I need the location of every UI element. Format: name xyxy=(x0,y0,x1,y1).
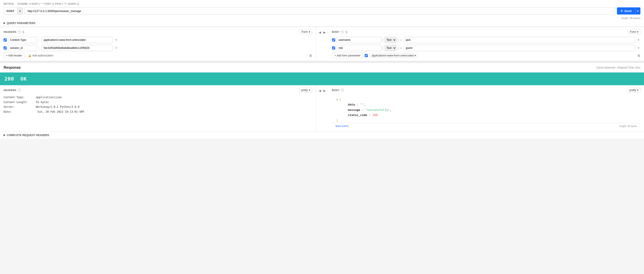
body-2-name[interactable] xyxy=(336,45,381,51)
body-2-checkbox[interactable] xyxy=(332,46,335,49)
body-row-1: [ Text File ] = × xyxy=(332,37,641,43)
headers-info-icon: ? xyxy=(18,30,21,33)
header-2-checkbox[interactable] xyxy=(4,46,7,49)
json-status-value: 200 xyxy=(372,113,378,117)
method-select[interactable]: ▾ xyxy=(4,7,23,14)
response-headers-chevron-icon: ▾ xyxy=(309,89,310,92)
body-2-type-select[interactable]: Text File xyxy=(384,45,396,51)
resp-header-row-4: Date: Sun, 20 Feb 2022 10:13:01 GMT xyxy=(4,110,312,115)
response-body-chevron-icon: ▾ xyxy=(637,89,638,92)
resp-arrow-left-button[interactable]: ◀ xyxy=(318,88,322,93)
json-data-value: "" xyxy=(360,103,364,106)
body-2-value[interactable] xyxy=(404,45,635,51)
json-data-comma: , xyxy=(364,103,365,106)
response-headers-pretty-dropdown[interactable]: pretty ▾ xyxy=(299,88,312,92)
arrow-left-button[interactable]: ◀ xyxy=(318,30,322,35)
send-dropdown-button[interactable]: ▾ xyxy=(635,7,640,14)
response-headers-panel: HEADERS ? pretty ▾ Content-Type: applica… xyxy=(0,85,316,132)
body-row-2: [ Text File ] = × xyxy=(332,45,641,51)
response-body-info-icon: ? xyxy=(341,89,344,92)
json-status-row: status_code : 200 xyxy=(336,113,641,118)
body-2-bracket-open: [ xyxy=(382,46,383,49)
resp-header-3-name: Server: xyxy=(4,105,15,109)
response-title: Response xyxy=(4,66,20,70)
send-label: Send xyxy=(624,9,632,13)
json-message-comma: , xyxy=(390,108,392,112)
triangle-right-icon xyxy=(4,22,5,24)
body-panel: BODY ? ⇅ Form ▾ [ Text File ] = × xyxy=(328,27,644,61)
add-header-button[interactable]: + Add header xyxy=(4,53,24,58)
body-form-chevron-icon: ▾ xyxy=(637,30,638,33)
body-1-value[interactable] xyxy=(404,37,635,43)
header-1-remove-button[interactable]: × xyxy=(114,38,118,42)
method-dropdown-btn[interactable]: ▾ xyxy=(17,7,22,14)
body-1-type-select[interactable]: Text File xyxy=(384,37,396,43)
elapsed-time: Cache Detected - Elapsed Time: 8ms xyxy=(596,66,640,69)
resp-header-3-value: Werkzeug/2.0.2 Python/3.8.0 xyxy=(36,105,80,109)
headers-sort-icon[interactable]: ⇅ xyxy=(22,30,24,34)
response-length: length: 55 bytes xyxy=(620,125,637,128)
status-bar: 200 OK xyxy=(0,73,644,85)
header-2-remove-button[interactable]: × xyxy=(114,46,118,50)
body-sort-icon[interactable]: ⇅ xyxy=(345,30,348,34)
headers-form-label: Form xyxy=(302,30,308,33)
header-row-1: : × xyxy=(4,37,312,43)
resp-arrow-right-button[interactable]: ▶ xyxy=(322,88,327,93)
headers-actions: + Add header 🔒 Add authorization 🗑 xyxy=(4,53,312,58)
response-body-pretty-dropdown[interactable]: pretty ▾ xyxy=(628,88,640,92)
body-2-remove-button[interactable]: × xyxy=(637,46,640,50)
header-1-value[interactable] xyxy=(42,37,113,43)
json-data-colon: : xyxy=(357,103,360,106)
response-body-json: ▼ { data : "", message : "successfully",… xyxy=(332,95,641,123)
arrow-right-button[interactable]: ▶ xyxy=(322,30,327,35)
resp-header-2-value: 55 bytes xyxy=(36,101,49,104)
lock-icon: 🔒 xyxy=(28,54,32,57)
json-status-key: status_code xyxy=(341,113,367,117)
body-1-remove-button[interactable]: × xyxy=(637,38,640,42)
json-message-colon: : xyxy=(362,108,365,112)
header-2-name[interactable] xyxy=(8,45,37,51)
header-1-checkbox[interactable] xyxy=(4,38,7,41)
response-body-panel: BODY ? pretty ▾ ▼ { data : "", xyxy=(328,85,644,132)
resp-header-4-value: Sun, 20 Feb 2022 10:13:01 GMT xyxy=(38,110,84,113)
response-section: Response Cache Detected - Elapsed Time: … xyxy=(0,63,644,138)
header-2-colon: : xyxy=(38,46,40,50)
add-authorization-button[interactable]: 🔒 Add authorization xyxy=(26,53,55,58)
encoding-dropdown[interactable]: application/x-www-form-urlencoded ▾ xyxy=(370,53,418,58)
send-chevron-icon: ▾ xyxy=(637,9,639,13)
header-2-value[interactable] xyxy=(42,45,113,51)
resp-header-1-value: application/json xyxy=(36,96,62,99)
body-form-dropdown[interactable]: Form ▾ xyxy=(628,30,640,34)
scheme-label: SCHEME :// HOST [ ":" PORT ] [ PATH [ "?… xyxy=(18,3,640,5)
add-form-param-button[interactable]: + Add form parameter xyxy=(332,53,363,58)
response-headers-pretty-label: pretty xyxy=(301,89,308,92)
resp-header-4-name: Date: xyxy=(4,110,12,113)
body-1-name[interactable] xyxy=(336,37,381,43)
send-button-group: ✈ Send ▾ xyxy=(617,7,640,14)
complete-request-headers-toggle[interactable]: COMPLETE REQUEST HEADERS xyxy=(0,132,644,138)
resp-header-row-3: Server: Werkzeug/2.0.2 Python/3.8.0 xyxy=(4,105,312,110)
body-trash-button[interactable]: 🗑 xyxy=(637,54,640,57)
body-1-checkbox[interactable] xyxy=(332,38,335,41)
header-1-name[interactable] xyxy=(8,37,37,43)
json-collapse-icon[interactable]: ▼ xyxy=(336,98,338,101)
method-value[interactable] xyxy=(4,7,17,14)
query-params-toggle[interactable]: QUERY PARAMETERS xyxy=(4,22,640,25)
send-button[interactable]: ✈ Send xyxy=(617,7,635,14)
headers-panel: HEADERS ? ⇅ Form ▾ : × : × xyxy=(0,27,316,61)
resp-header-row-2: Content-Length: 55 bytes xyxy=(4,100,312,105)
json-status-colon: : xyxy=(369,113,372,117)
body-1-bracket-close: ] xyxy=(398,38,398,41)
headers-form-dropdown[interactable]: Form ▾ xyxy=(300,30,312,34)
encoding-chevron-icon: ▾ xyxy=(414,54,416,57)
encoding-checkbox[interactable] xyxy=(365,54,368,57)
url-input[interactable] xyxy=(24,7,615,14)
lines-nums-button[interactable]: lines nums xyxy=(336,125,348,128)
headers-trash-button[interactable]: 🗑 xyxy=(309,54,312,57)
chevron-down-icon: ▾ xyxy=(19,9,21,13)
response-panel-arrows: ◀ ▶ xyxy=(316,85,328,93)
complete-req-headers-label: COMPLETE REQUEST HEADERS xyxy=(7,134,49,137)
resp-header-2-name: Content-Length: xyxy=(4,101,28,104)
header-row-2: : × xyxy=(4,45,312,51)
body-2-equals: = xyxy=(400,46,402,50)
